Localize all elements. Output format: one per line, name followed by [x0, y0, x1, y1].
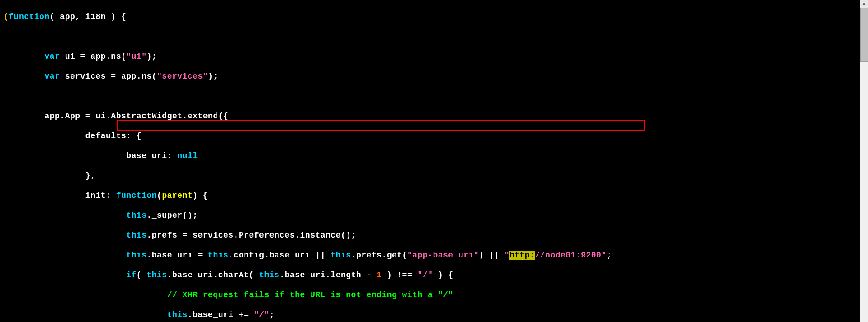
- code-line: defaults: {: [4, 131, 864, 141]
- code-line-highlighted: this.base_uri = this.config.base_uri || …: [4, 250, 864, 260]
- code-editor[interactable]: (function( app, i18n ) { var ui = app.ns…: [0, 0, 868, 322]
- code-line: [4, 91, 864, 101]
- code-line: var ui = app.ns("ui");: [4, 51, 864, 61]
- code-line: var services = app.ns("services");: [4, 71, 864, 81]
- code-line: },: [4, 171, 864, 181]
- code-line: init: function(parent) {: [4, 191, 864, 201]
- scrollbar-thumb[interactable]: [860, 8, 868, 62]
- scroll-up-arrow[interactable]: ▲: [860, 0, 868, 8]
- code-line: // XHR request fails if the URL is not e…: [4, 290, 864, 300]
- code-line: base_uri: null: [4, 151, 864, 161]
- code-line: this.prefs = services.Preferences.instan…: [4, 230, 864, 240]
- code-line: this.base_uri += "/";: [4, 310, 864, 320]
- code-line: if( this.base_uri.charAt( this.base_uri.…: [4, 270, 864, 280]
- code-line: [4, 32, 864, 42]
- code-line: this._super();: [4, 210, 864, 220]
- vertical-scrollbar[interactable]: ▲: [860, 0, 868, 322]
- code-line: app.App = ui.AbstractWidget.extend({: [4, 111, 864, 121]
- code-line: (function( app, i18n ) {: [4, 12, 864, 22]
- search-highlight: http:: [509, 251, 535, 260]
